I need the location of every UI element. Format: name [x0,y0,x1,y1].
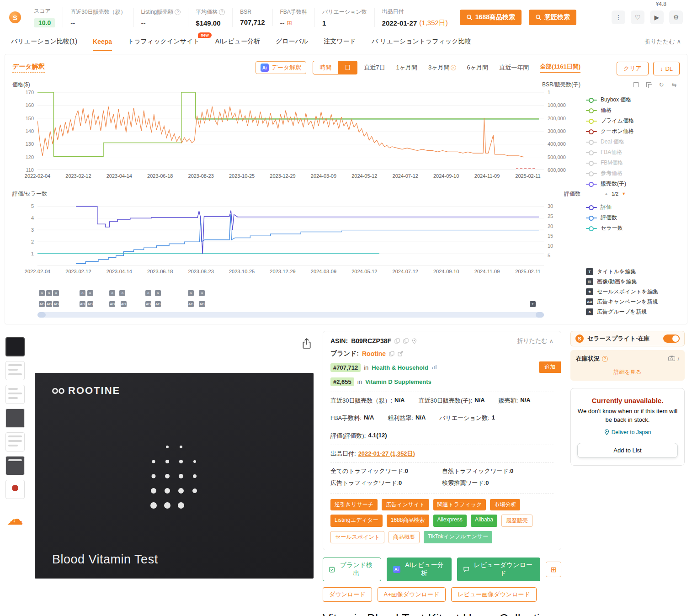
legend-next-icon[interactable]: ▼ [622,191,626,196]
campaign-marker[interactable]: AD [188,301,194,307]
period-3m[interactable]: 3ヶ月間? [428,64,456,72]
tag-history-sales[interactable]: 履歴販売 [501,515,532,527]
campaign-marker[interactable]: AD [121,301,127,307]
toggle-hour[interactable]: 時間 [313,61,338,74]
ai-interpret-button[interactable]: Ai データ解釈 [256,61,307,74]
brand-link[interactable]: Rootine [362,350,386,357]
collapse-card-link[interactable]: 折りたたむ∧ [517,337,554,345]
campaign-marker[interactable]: a [199,290,205,296]
design-search-button[interactable]: 意匠検索 [529,10,576,25]
frame-capture-icon[interactable] [645,81,652,88]
aplus-image-download-button[interactable]: A+画像ダウンロード [378,587,446,602]
campaign-marker[interactable]: a [46,290,52,296]
legend-prev-icon[interactable]: ▲ [604,191,608,196]
campaign-marker[interactable]: a [109,290,115,296]
toggle-day[interactable]: 日 [338,61,357,74]
collapse-link[interactable]: 折りたたむ∧ [644,37,681,46]
category-link[interactable]: Health & Household [372,364,428,371]
download-chart-button[interactable]: ↓DL [653,62,680,75]
fee-calculator-button[interactable]: ⊞ [546,562,561,577]
tag-1688-search[interactable]: 1688商品検索 [387,515,429,527]
review-download-button[interactable]: レビューダウンロード [457,558,540,581]
campaign-marker[interactable]: a [188,290,194,296]
campaign-marker[interactable]: AD [80,301,85,307]
legend-item-buybox[interactable]: Buybox 価格 [586,95,680,105]
new-ad-group-row[interactable]: a広告グループを新規 [586,307,680,317]
tab-ai-review[interactable]: AIレビュー分析 [215,32,260,51]
tab-traffic-insight[interactable]: トラフィックインサイトnew [128,32,200,51]
tag-tiktok-influencer[interactable]: TikTokインフルエンサー [424,531,492,543]
campaign-marker[interactable]: a [119,290,125,296]
campaign-marker[interactable]: AD [39,301,45,307]
campaign-marker[interactable]: a [80,290,85,296]
edit-bullets-row[interactable]: ★セールスポイントを編集 [586,287,680,297]
listing-date-link[interactable]: 2022-01-27 (1,352日) [358,450,415,458]
copy-icon[interactable] [394,338,400,344]
legend-item-fba[interactable]: FBA価格 [586,147,680,158]
tab-variation-compare[interactable]: バリエーション比較(1) [11,32,77,51]
legend-item-deal[interactable]: Deal 価格 [586,137,680,147]
tag-ad-insight[interactable]: 広告インサイト [382,499,429,510]
data-interpretation-link[interactable]: データ解釈 [12,63,45,73]
video-button[interactable]: ▶ [650,11,664,24]
campaign-marker[interactable]: a [53,290,59,296]
campaign-marker[interactable]: AD [155,301,161,307]
period-6m[interactable]: 6ヶ月間 [467,64,489,72]
campaign-marker[interactable]: AD [199,301,205,307]
review-image-download-button[interactable]: レビュー画像ダウンロード [451,587,536,602]
help-icon[interactable]: ? [602,356,608,362]
refresh-icon[interactable]: ↻ [658,81,665,88]
brand-detect-button[interactable]: ブランド検出 [323,558,381,581]
copy-icon[interactable] [389,351,394,356]
screenshot-icon[interactable] [632,81,639,88]
legend-item-reference[interactable]: 参考価格 [586,168,680,179]
fee-calculator-icon[interactable]: ⊞ [287,19,293,27]
campaign-marker[interactable]: a [39,290,45,296]
legend-item-sales-child[interactable]: 販売数(子) [586,179,680,189]
compare-icon[interactable]: ⇆ [671,81,678,88]
product-thumbnail[interactable] [5,361,25,380]
add-button[interactable]: 追加 [539,361,561,373]
favorite-button[interactable]: ♡ [631,11,644,24]
legend-item-seller-count[interactable]: セラー数 [586,223,680,234]
product-thumbnail[interactable] [5,456,25,475]
edit-image-row[interactable]: ▨画像/動画を編集 [586,276,680,287]
tag-selling-points[interactable]: セールスポイント [330,531,384,543]
campaign-marker[interactable]: a [155,290,161,296]
campaign-marker[interactable]: AD [145,301,151,307]
tag-product-summary[interactable]: 商品概要 [389,531,420,543]
tag-listing-editor[interactable]: Listingエディター [330,515,383,527]
product-thumbnail[interactable] [5,432,25,451]
tag-reverse-research[interactable]: 逆引きリサーチ [330,499,378,510]
campaign-marker[interactable]: AD [109,301,115,307]
campaign-marker[interactable]: a [87,290,93,296]
view-details-link[interactable]: 詳細を見る [576,368,679,376]
legend-item-prime[interactable]: プライム価格 [586,116,680,126]
campaign-marker[interactable]: AD [46,301,52,307]
help-icon[interactable]: ? [219,9,225,15]
camera-icon[interactable] [668,356,675,362]
clear-button[interactable]: クリア [617,62,649,75]
image-download-cloud-button[interactable]: ☁ ↓ [5,510,25,528]
product-thumbnail[interactable] [5,480,25,499]
ai-review-button[interactable]: Ai AIレビュー分析 [387,558,452,581]
period-1m[interactable]: 1ヶ月間 [396,64,417,72]
legend-item-coupon[interactable]: クーポン価格 [586,126,680,137]
add-to-list-button[interactable]: Add to List [577,443,678,458]
category-link[interactable]: Vitamin D Supplements [365,378,431,385]
rank-chart-icon[interactable] [431,364,437,371]
legend-item-review-count[interactable]: 評価数 [586,212,680,223]
title-marker[interactable]: T [530,301,536,307]
campaign-marker[interactable]: AD [53,301,59,307]
legend-item-rating[interactable]: 評価 [586,202,680,212]
download-button[interactable]: ダウンロード [323,587,372,602]
stock-toggle[interactable] [663,335,680,343]
price-chart-plot[interactable] [37,92,544,170]
product-thumbnail[interactable] [5,337,25,356]
tag-market-analysis[interactable]: 市場分析 [490,499,520,510]
new-campaign-row[interactable]: AD広告キャンペーンを新規 [586,297,680,307]
tab-keepa[interactable]: Keepa [93,32,112,51]
tag-alibaba[interactable]: Alibaba [471,515,497,527]
location-pin-icon[interactable] [412,338,417,344]
period-all[interactable]: 全部(1161日間) [540,63,580,73]
